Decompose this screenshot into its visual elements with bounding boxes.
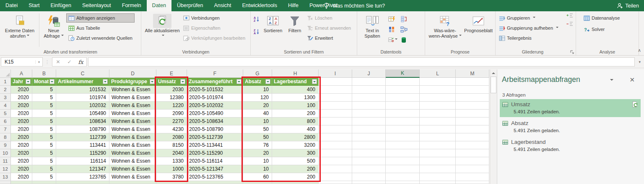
- text-in-spalten-button[interactable]: Text in Spalten: [359, 13, 386, 40]
- cell-G7[interactable]: 50: [243, 125, 272, 133]
- cell-E7[interactable]: 4230: [156, 125, 187, 133]
- cell-F2[interactable]: 2020-5-101532: [187, 86, 243, 94]
- cell-B11[interactable]: 5: [32, 157, 56, 165]
- tab-seitenlayout[interactable]: Seitenlayout: [77, 0, 117, 11]
- cell-E2[interactable]: 2030: [156, 86, 187, 94]
- cell-H11[interactable]: 500: [272, 157, 319, 165]
- cell-L12[interactable]: [420, 165, 456, 173]
- cell-L5[interactable]: [420, 110, 456, 118]
- cell-F12[interactable]: 2020-5-121347: [187, 165, 243, 173]
- cell-L9[interactable]: [420, 141, 456, 149]
- column-header-F[interactable]: F: [187, 69, 243, 78]
- cell-G1[interactable]: Absatz: [243, 78, 272, 86]
- aus-tabelle-button[interactable]: Aus Tabelle: [67, 24, 134, 32]
- loeschen-button[interactable]: Löschen: [305, 14, 353, 22]
- verbindungen-button[interactable]: Verbindungen: [182, 14, 247, 22]
- tab-einfuegen[interactable]: Einfügen: [45, 0, 77, 11]
- zuletzt-verwendete-quellen-button[interactable]: Zuletzt verwendete Quellen: [67, 34, 134, 42]
- blitzvorschau-button[interactable]: [388, 15, 397, 23]
- row-header-9[interactable]: 9: [0, 141, 11, 149]
- cell-B7[interactable]: 5: [32, 125, 56, 133]
- cell-H6[interactable]: 800: [272, 118, 319, 125]
- cell-L4[interactable]: [420, 102, 456, 110]
- alle-aktualisieren-button[interactable]: Alle aktualisieren: [143, 13, 182, 40]
- cell-B3[interactable]: 5: [32, 94, 56, 102]
- cell-C9[interactable]: 113441: [56, 141, 109, 149]
- cell-L14[interactable]: [420, 181, 456, 184]
- cell-E11[interactable]: 1330: [156, 157, 187, 165]
- cell-M3[interactable]: [456, 94, 489, 102]
- cell-I5[interactable]: [319, 110, 352, 118]
- cell-J9[interactable]: [352, 141, 386, 149]
- tab-ansicht[interactable]: Ansicht: [209, 0, 237, 11]
- cell-A11[interactable]: 2020: [11, 157, 32, 165]
- cell-D9[interactable]: Wohnen & Essen: [109, 141, 156, 149]
- cell-L2[interactable]: [420, 86, 456, 94]
- column-header-A[interactable]: A: [11, 69, 32, 78]
- expand-formula-bar-icon[interactable]: ▾: [639, 60, 641, 64]
- cell-M12[interactable]: [456, 165, 489, 173]
- cell-C12[interactable]: 121347: [56, 165, 109, 173]
- cell-I6[interactable]: [319, 118, 352, 125]
- cell-D2[interactable]: Wohnen & Essen: [109, 86, 156, 94]
- cell-J13[interactable]: [352, 173, 386, 181]
- enter-icon[interactable]: ✓: [64, 59, 75, 65]
- cell-K13[interactable]: [386, 173, 420, 181]
- cell-J5[interactable]: [352, 110, 386, 118]
- filter-dropdown-icon[interactable]: [236, 79, 242, 84]
- row-header-6[interactable]: 6: [0, 118, 11, 125]
- cell-F3[interactable]: 2020-5-101974: [187, 94, 243, 102]
- cell-L8[interactable]: [420, 133, 456, 141]
- beziehungen-button[interactable]: [400, 25, 410, 33]
- cell-H14[interactable]: [272, 181, 319, 184]
- cell-A14[interactable]: [11, 181, 32, 184]
- cancel-icon[interactable]: ✕: [52, 59, 64, 65]
- cell-A7[interactable]: 2020: [11, 125, 32, 133]
- row-header-10[interactable]: 10: [0, 149, 11, 157]
- cell-C10[interactable]: 115290: [56, 149, 109, 157]
- verknuepfungen-bearbeiten-button[interactable]: Verknüpfungen bearbeiten: [182, 34, 247, 42]
- select-all-corner[interactable]: [0, 69, 11, 78]
- row-header-12[interactable]: 12: [0, 165, 11, 173]
- cell-L1[interactable]: [420, 78, 456, 86]
- prognoseblatt-button[interactable]: Prognoseblatt: [463, 13, 493, 34]
- cell-F14[interactable]: [187, 181, 243, 184]
- cell-G2[interactable]: 10: [243, 86, 272, 94]
- row-header-13[interactable]: 13: [0, 173, 11, 181]
- cell-J3[interactable]: [352, 94, 386, 102]
- teilergebnis-button[interactable]: Teilergebnis: [497, 34, 564, 42]
- scrollbar-thumb[interactable]: [491, 77, 496, 93]
- cell-C14[interactable]: [56, 181, 109, 184]
- cell-J4[interactable]: [352, 102, 386, 110]
- query-item-umsatz[interactable]: Umsatz 5.491 Zeilen geladen.: [500, 99, 641, 117]
- column-header-B[interactable]: B: [32, 69, 56, 78]
- pane-close-icon[interactable]: ✕: [629, 76, 635, 84]
- row-header-1[interactable]: 1: [0, 78, 11, 86]
- cell-H3[interactable]: 1300: [272, 94, 319, 102]
- cell-B4[interactable]: 5: [32, 102, 56, 110]
- eigenschaften-button[interactable]: Eigenschaften: [182, 24, 247, 32]
- cell-F8[interactable]: 2020-5-112739: [187, 133, 243, 141]
- cell-M5[interactable]: [456, 110, 489, 118]
- dialog-launcher-icon[interactable]: [570, 50, 574, 54]
- cell-I11[interactable]: [319, 157, 352, 165]
- cell-H5[interactable]: 200: [272, 110, 319, 118]
- cell-K10[interactable]: [386, 149, 420, 157]
- cell-L7[interactable]: [420, 125, 456, 133]
- filter-dropdown-icon[interactable]: [180, 79, 185, 84]
- solver-button[interactable]: ? Solver: [582, 25, 621, 33]
- cell-F13[interactable]: 2020-5-123765: [187, 173, 243, 181]
- cell-D12[interactable]: Wohnen & Essen: [109, 165, 156, 173]
- cell-J11[interactable]: [352, 157, 386, 165]
- tab-ueberpruefen[interactable]: Überprüfen: [171, 0, 209, 11]
- cell-A10[interactable]: 2020: [11, 149, 32, 157]
- cell-A6[interactable]: 2020: [11, 118, 32, 125]
- cell-H9[interactable]: 3200: [272, 141, 319, 149]
- datenanalyse-button[interactable]: Datenanalyse: [582, 14, 621, 22]
- cell-E8[interactable]: 2080: [156, 133, 187, 141]
- gruppierung-aufheben-button[interactable]: Gruppierung aufheben: [497, 24, 564, 32]
- filter-dropdown-icon[interactable]: [265, 79, 270, 84]
- cell-F9[interactable]: 2020-5-113441: [187, 141, 243, 149]
- cell-L6[interactable]: [420, 118, 456, 125]
- hide-detail-icon[interactable]: −: [566, 21, 573, 26]
